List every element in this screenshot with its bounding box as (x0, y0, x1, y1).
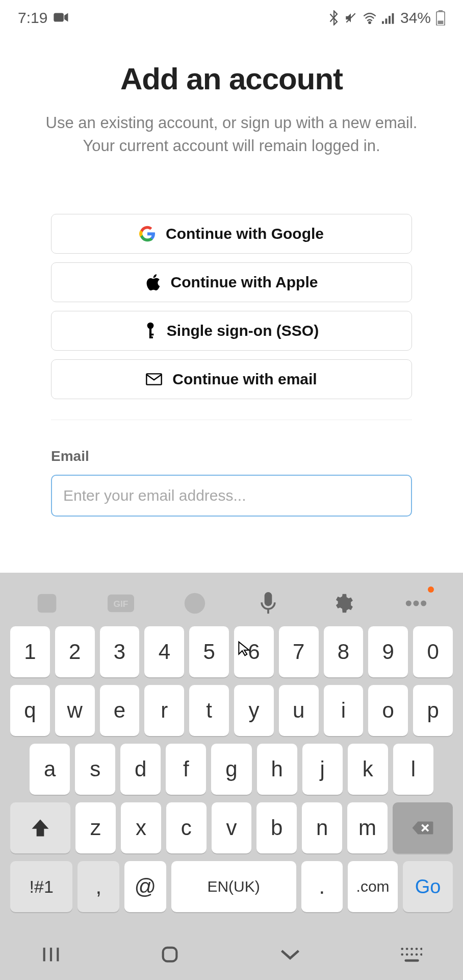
at-key[interactable]: @ (124, 861, 166, 912)
settings-icon[interactable] (327, 588, 357, 619)
svg-point-22 (413, 601, 419, 606)
svg-point-35 (410, 953, 413, 956)
mute-icon (344, 11, 357, 24)
symbols-key[interactable]: !#1 (10, 861, 72, 912)
go-key[interactable]: Go (403, 861, 453, 912)
svg-rect-19 (265, 592, 272, 606)
key-u[interactable]: u (279, 685, 319, 736)
svg-rect-27 (163, 948, 177, 962)
key-e[interactable]: e (100, 685, 140, 736)
key-8[interactable]: 8 (324, 626, 364, 677)
page-title: Add an account (20, 61, 443, 96)
gif-icon[interactable]: GIF (106, 588, 136, 619)
back-button[interactable] (279, 947, 301, 962)
emoji-icon[interactable] (179, 588, 210, 619)
sticker-icon[interactable] (32, 588, 62, 619)
key-q[interactable]: q (10, 685, 50, 736)
key-p[interactable]: p (413, 685, 453, 736)
svg-rect-11 (149, 328, 151, 338)
key-r[interactable]: r (144, 685, 184, 736)
key-h[interactable]: h (257, 744, 297, 795)
recents-button[interactable] (41, 944, 61, 965)
key-c[interactable]: c (166, 802, 207, 853)
svg-point-30 (410, 948, 413, 950)
key-2[interactable]: 2 (55, 626, 95, 677)
key-l[interactable]: l (393, 744, 433, 795)
keyboard-row-zxcv: zxcvbnm (10, 802, 453, 853)
key-6[interactable]: 6 (234, 626, 274, 677)
key-4[interactable]: 4 (144, 626, 184, 677)
keyboard-switch-button[interactable] (400, 946, 422, 963)
svg-rect-5 (389, 16, 391, 24)
svg-point-18 (184, 593, 204, 614)
email-input[interactable] (51, 475, 412, 517)
key-5[interactable]: 5 (189, 626, 229, 677)
wifi-icon (363, 12, 377, 24)
email-icon (146, 373, 162, 385)
svg-text:GIF: GIF (114, 599, 128, 609)
shift-key[interactable] (10, 802, 70, 853)
period-key[interactable]: . (301, 861, 343, 912)
key-j[interactable]: j (302, 744, 343, 795)
battery-text: 34% (400, 9, 431, 27)
key-f[interactable]: f (166, 744, 206, 795)
svg-point-36 (416, 953, 418, 956)
key-1[interactable]: 1 (10, 626, 50, 677)
svg-point-2 (369, 22, 371, 24)
comma-key[interactable]: , (78, 861, 119, 912)
svg-point-33 (401, 953, 403, 956)
backspace-key[interactable] (393, 802, 453, 853)
on-screen-keyboard: GIF 1234567890 qwertyuiop asdfghjkl zxcv… (0, 573, 463, 980)
key-v[interactable]: v (212, 802, 252, 853)
key-icon (144, 322, 157, 339)
svg-rect-0 (54, 13, 64, 21)
key-z[interactable]: z (75, 802, 116, 853)
svg-point-31 (416, 948, 418, 950)
key-a[interactable]: a (30, 744, 70, 795)
key-w[interactable]: w (55, 685, 95, 736)
key-x[interactable]: x (121, 802, 161, 853)
key-t[interactable]: t (189, 685, 229, 736)
more-icon[interactable] (401, 588, 431, 619)
key-g[interactable]: g (211, 744, 251, 795)
video-icon (54, 9, 69, 27)
key-7[interactable]: 7 (279, 626, 319, 677)
key-k[interactable]: k (348, 744, 388, 795)
key-o[interactable]: o (368, 685, 408, 736)
svg-rect-6 (392, 13, 394, 24)
continue-google-button[interactable]: Continue with Google (51, 214, 412, 254)
keyboard-row-asdf: asdfghjkl (10, 744, 453, 795)
apple-icon (145, 274, 161, 291)
svg-rect-4 (385, 18, 387, 23)
continue-apple-button[interactable]: Continue with Apple (51, 262, 412, 302)
key-s[interactable]: s (75, 744, 115, 795)
svg-rect-3 (382, 21, 384, 24)
dotcom-key[interactable]: .com (348, 861, 398, 912)
mic-icon[interactable] (253, 588, 284, 619)
svg-rect-13 (149, 336, 153, 338)
keyboard-row-bottom: !#1 , @ EN(UK) . .com Go (10, 861, 453, 912)
home-button[interactable] (160, 944, 180, 965)
status-bar: 7:19 34% (0, 0, 463, 36)
space-key[interactable]: EN(UK) (171, 861, 296, 912)
key-i[interactable]: i (324, 685, 364, 736)
battery-icon (436, 10, 445, 26)
svg-rect-12 (149, 334, 154, 336)
key-y[interactable]: y (234, 685, 274, 736)
single-sign-on-button[interactable]: Single sign-on (SSO) (51, 311, 412, 351)
key-m[interactable]: m (347, 802, 388, 853)
page-subtitle: Use an existing account, or sign up with… (20, 112, 443, 158)
key-b[interactable]: b (256, 802, 297, 853)
key-d[interactable]: d (120, 744, 161, 795)
key-n[interactable]: n (302, 802, 342, 853)
svg-point-29 (406, 948, 408, 950)
svg-rect-38 (404, 959, 419, 962)
svg-rect-9 (438, 20, 444, 24)
key-9[interactable]: 9 (368, 626, 408, 677)
key-0[interactable]: 0 (413, 626, 453, 677)
email-label: Email (51, 448, 412, 464)
continue-email-button[interactable]: Continue with email (51, 359, 412, 399)
google-icon (139, 226, 156, 242)
svg-point-28 (401, 948, 403, 950)
key-3[interactable]: 3 (100, 626, 140, 677)
